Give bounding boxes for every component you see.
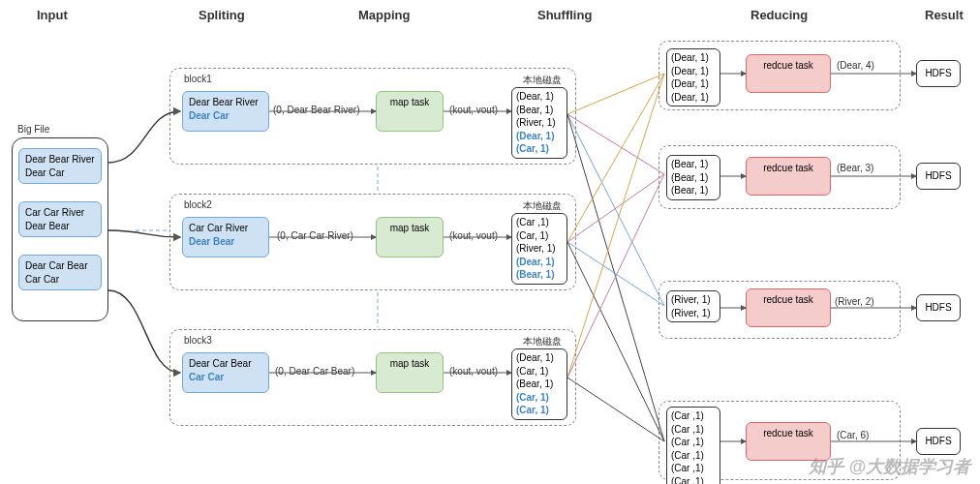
reducer4-line-1: (Car ,1) xyxy=(671,423,716,437)
reducer1-sink: HDFS xyxy=(916,60,961,87)
block2-split: Car Car River Dear Bear xyxy=(182,217,269,257)
block3-split-text: Dear Car Bear xyxy=(189,358,251,369)
block2-disk-line-1: (Car, 1) xyxy=(516,229,563,243)
svg-line-15 xyxy=(567,242,664,306)
reducer4-line-4: (Car ,1) xyxy=(671,462,716,475)
block1-title: block1 xyxy=(184,74,212,84)
block2-disk-extra-0: (Dear, 1) xyxy=(516,256,563,269)
reducer2-group: (Bear, 1) (Bear, 1) (Bear, 1) xyxy=(666,155,720,200)
block2-disk-extra-1: (Bear, 1) xyxy=(516,268,563,282)
big-file-label: Big File xyxy=(17,124,49,135)
block1-disk-line-2: (River, 1) xyxy=(516,116,563,130)
block2-title: block2 xyxy=(184,199,212,210)
svg-line-9 xyxy=(567,74,664,114)
svg-line-10 xyxy=(567,114,664,174)
block1-map-input: (0, Dear Bear River) xyxy=(273,105,359,115)
stage-splitting: Spliting xyxy=(199,8,245,22)
block2-map-input: (0, Car Car River) xyxy=(277,230,353,241)
block1-split-text: Dear Bear River xyxy=(189,97,259,107)
block3-disk-label: 本地磁盘 xyxy=(523,335,562,348)
block2-disk-label: 本地磁盘 xyxy=(523,199,562,213)
block3-map-input: (0, Dear Car Bear) xyxy=(275,366,354,377)
block1-disk-label: 本地磁盘 xyxy=(523,74,562,87)
reducer1-line-2: (Dear, 1) xyxy=(671,77,716,91)
block1-disk-line-1: (Bear, 1) xyxy=(516,104,563,117)
svg-line-11 xyxy=(567,114,664,306)
stage-mapping: Mapping xyxy=(358,8,410,22)
svg-line-12 xyxy=(567,114,664,441)
block1-split-extra: Dear Car xyxy=(189,110,230,121)
block3-map-task: map task xyxy=(376,352,444,393)
reducer4-line-2: (Car ,1) xyxy=(671,436,716,449)
big-file-container: Dear Bear River Dear Car Car Car River D… xyxy=(12,137,108,321)
reducer4-line-3: (Car ,1) xyxy=(671,449,716,463)
reducer4-sink: HDFS xyxy=(916,428,961,455)
reducer3-line-1: (River, 1) xyxy=(671,307,716,320)
reducer1-line-0: (Dear, 1) xyxy=(671,51,716,65)
reducer4-line-5: (Car ,1) xyxy=(671,475,716,485)
reducer4-line-0: (Car ,1) xyxy=(671,409,716,423)
block1-disk-extra-1: (Car, 1) xyxy=(516,142,563,156)
block1-map-output-label: (kout, vout) xyxy=(449,105,498,115)
reducer3-line-0: (River, 1) xyxy=(671,293,716,307)
input-chunk-1: Car Car River Dear Bear xyxy=(18,201,102,237)
block3-disk-extra-0: (Car, 1) xyxy=(516,391,563,405)
reducer1-group: (Dear, 1) (Dear, 1) (Dear, 1) (Dear, 1) xyxy=(666,48,720,106)
svg-line-16 xyxy=(567,242,664,441)
reducer2-sink: HDFS xyxy=(916,163,961,190)
watermark: 知乎 @大数据学习者 xyxy=(809,455,970,478)
input-chunk-0: Dear Bear River Dear Car xyxy=(18,148,102,184)
stage-result: Result xyxy=(925,8,964,22)
stage-shuffling: Shuffling xyxy=(537,8,592,22)
reducer2-line-2: (Bear, 1) xyxy=(671,184,716,197)
block3-disk-extra-1: (Car, 1) xyxy=(516,404,563,417)
block1-disk-extra-0: (Dear, 1) xyxy=(516,130,563,143)
reducer2-task: redcue task xyxy=(746,157,831,196)
block1-map-task: map task xyxy=(376,91,444,132)
stage-input: Input xyxy=(37,8,68,22)
reducer2-result: (Bear, 3) xyxy=(837,163,873,173)
block2-disk-line-0: (Car ,1) xyxy=(516,216,563,229)
svg-line-19 xyxy=(567,378,664,441)
block3-split: Dear Car Bear Car Car xyxy=(182,352,269,393)
reducer3-task: redcue task xyxy=(746,288,831,327)
reducer1-result: (Dear, 4) xyxy=(837,60,874,71)
reducer3-sink: HDFS xyxy=(916,294,961,321)
reducer4-result: (Car, 6) xyxy=(837,430,869,440)
svg-line-13 xyxy=(567,74,664,242)
block3-disk-line-1: (Car, 1) xyxy=(516,365,563,378)
block2-disk-line-2: (River, 1) xyxy=(516,242,563,256)
reducer3-result: (River, 2) xyxy=(835,296,874,307)
block3-disk: (Dear, 1) (Car, 1) (Bear, 1) (Car, 1) (C… xyxy=(511,348,567,420)
svg-line-14 xyxy=(567,174,664,242)
block2-map-output-label: (kout, vout) xyxy=(449,230,498,241)
reducer1-line-3: (Dear, 1) xyxy=(671,91,716,105)
block2-split-text: Car Car River xyxy=(189,223,248,233)
reducer2-line-0: (Bear, 1) xyxy=(671,158,716,171)
block3-split-extra: Car Car xyxy=(189,372,224,382)
block3-map-output-label: (kout, vout) xyxy=(449,366,498,377)
block1-disk-line-0: (Dear, 1) xyxy=(516,90,563,104)
reducer2-line-1: (Bear, 1) xyxy=(671,171,716,185)
block3-disk-line-2: (Bear, 1) xyxy=(516,378,563,391)
stage-reducing: Reducing xyxy=(750,8,808,22)
input-chunk-2: Dear Car Bear Car Car xyxy=(18,255,102,290)
block2-split-extra: Dear Bear xyxy=(189,236,234,247)
reducer4-group: (Car ,1) (Car ,1) (Car ,1) (Car ,1) (Car… xyxy=(666,407,720,484)
svg-line-17 xyxy=(567,74,664,378)
block3-title: block3 xyxy=(184,335,212,346)
block2-disk: (Car ,1) (Car, 1) (River, 1) (Dear, 1) (… xyxy=(511,213,567,285)
svg-line-18 xyxy=(567,174,664,378)
block3-disk-line-0: (Dear, 1) xyxy=(516,351,563,365)
reducer1-line-1: (Dear, 1) xyxy=(671,65,716,78)
block1-disk: (Dear, 1) (Bear, 1) (River, 1) (Dear, 1)… xyxy=(511,87,567,159)
reducer3-group: (River, 1) (River, 1) xyxy=(666,290,720,322)
block2-map-task: map task xyxy=(376,217,444,257)
reducer1-task: redcue task xyxy=(746,54,831,93)
block1-split: Dear Bear River Dear Car xyxy=(182,91,269,132)
